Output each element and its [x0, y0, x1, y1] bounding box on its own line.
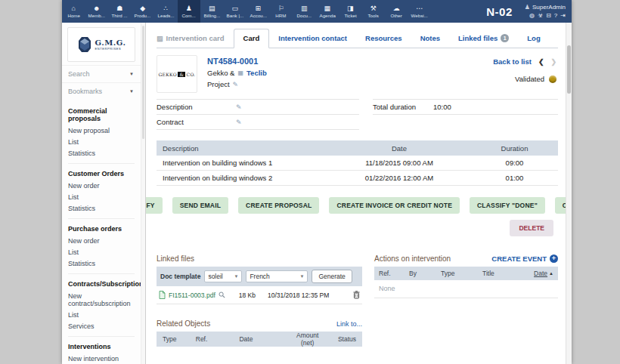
language-select[interactable]: French ▼ [246, 270, 308, 282]
main-scrollbar[interactable] [566, 23, 572, 364]
printer-icon[interactable]: ⊟ [546, 12, 551, 19]
create-event-link[interactable]: CREATE EVENT + [491, 254, 558, 263]
search-dropdown[interactable]: Search ▼ [62, 65, 141, 82]
sidebar-item-purchase-order-list[interactable]: List [68, 246, 141, 258]
menu-label: Billing... [203, 13, 220, 18]
sidebar-scrollbar[interactable] [141, 23, 146, 364]
bookmarks-dropdown[interactable]: Bookmarks ▼ [62, 82, 141, 100]
template-select[interactable]: soleil ▼ [204, 270, 242, 282]
menu-members[interactable]: ☻ Memb... [85, 0, 109, 23]
menu-label: Com... [182, 13, 196, 18]
header-title[interactable]: Title [482, 270, 519, 277]
link-to-link[interactable]: Link to... [336, 320, 362, 328]
table-row[interactable]: Intervention on building windows 2 01/22… [157, 171, 558, 186]
menu-accounting[interactable]: ⊞ Accou... [246, 0, 270, 23]
main-scrollbar-thumb[interactable] [567, 45, 571, 94]
help-icon[interactable]: ? [554, 12, 557, 19]
sidebar-item-order-statistics[interactable]: Statistics [68, 202, 141, 214]
menu-ticket[interactable]: ◨ Ticket [339, 0, 362, 23]
header-date-sorted[interactable]: Date ▲ [519, 270, 553, 277]
globe-icon[interactable]: ◍ [529, 12, 535, 19]
menu-leads[interactable]: ∴ Leads... [154, 0, 178, 23]
modify-button[interactable]: MODIFY [146, 197, 163, 214]
logo-name: G.M.G. [95, 39, 126, 47]
sidebar-item-services[interactable]: Services [68, 320, 141, 332]
menu-website[interactable]: ⋯ Websi... [408, 0, 432, 23]
sidebar-item-proposal-statistics[interactable]: Statistics [68, 147, 141, 159]
generate-button[interactable]: Generate [312, 270, 352, 283]
sidebar-item-new-intervention[interactable]: New intervention [68, 353, 141, 364]
menu-thirdparties[interactable]: ☗ Third ... [108, 0, 132, 23]
create-invoice-button[interactable]: CREATE INVOICE OR CREDIT NOTE [329, 197, 460, 214]
back-to-list-link[interactable]: Back to list [493, 57, 532, 66]
sidebar-item-purchase-order-statistics[interactable]: Statistics [68, 258, 141, 269]
header-status: Status [318, 335, 356, 343]
delete-file-icon[interactable] [353, 291, 360, 299]
menu-label: Memb... [88, 13, 105, 18]
section-interventions: Interventions [68, 343, 141, 350]
menu-products[interactable]: ◆ Produ... [132, 0, 155, 23]
menu-agenda[interactable]: ▦ Agenda [316, 0, 339, 23]
tab-linked-files[interactable]: Linked files 1 [449, 29, 518, 48]
header-ref[interactable]: Ref. [379, 270, 409, 277]
menu-other[interactable]: ☁ Other [385, 0, 408, 23]
clone-button[interactable]: CLONE [555, 197, 566, 214]
menu-commercial[interactable]: ♟ Com... [178, 0, 201, 23]
sidebar-item-proposal-list[interactable]: List [68, 136, 141, 147]
preview-icon[interactable] [219, 292, 225, 298]
navigation-row: Back to list ❮ ❯ [493, 57, 556, 66]
header-type[interactable]: Type [441, 270, 482, 277]
menu-home[interactable]: ⌂ Home [62, 0, 85, 23]
edit-description-icon[interactable]: ✎ [236, 103, 242, 111]
pdf-file-icon [159, 291, 166, 299]
virus-icon[interactable]: ☣ [538, 12, 543, 19]
linked-files-title: Linked files [157, 254, 194, 263]
hrm-icon: ⚐ [278, 5, 284, 12]
tab-notes[interactable]: Notes [411, 29, 449, 48]
thirdparty-link[interactable]: Teclib [246, 69, 267, 77]
sidebar-item-contract-list[interactable]: List [68, 309, 141, 320]
edit-project-icon[interactable]: ✎ [233, 81, 239, 88]
menu-documents[interactable]: ▥ Docu... [293, 0, 316, 23]
edit-contract-icon[interactable]: ✎ [236, 119, 242, 126]
send-email-button[interactable]: SEND EMAIL [172, 197, 228, 214]
delete-button[interactable]: DELETE [510, 220, 553, 236]
line-date: 01/22/2016 12:00 AM [327, 174, 471, 182]
sidebar-item-new-contract[interactable]: New contract/subscription [68, 290, 141, 309]
menu-bank[interactable]: ▭ Bank |... [224, 0, 247, 23]
sidebar-item-new-purchase-order[interactable]: New order [68, 235, 141, 246]
line-description: Intervention on building windows 2 [157, 174, 327, 182]
menu-tools[interactable]: ⚒ Tools [362, 0, 386, 23]
object-banner: GEKKO & CO. NT4584-0001 Gekko & ▦ Teclib [157, 48, 558, 99]
tab-log[interactable]: Log [518, 29, 549, 48]
website-icon: ⋯ [416, 5, 423, 12]
members-icon: ☻ [93, 5, 100, 12]
sidebar-scrollbar-thumb[interactable] [142, 26, 144, 139]
empty-list-row: None [374, 280, 558, 298]
menu-hrm[interactable]: ⚐ HRM [270, 0, 293, 23]
tab-resources[interactable]: Resources [356, 29, 411, 48]
classify-done-button[interactable]: CLASSIFY "DONE" [470, 197, 545, 214]
tab-contact-label: Intervention contact [278, 34, 347, 42]
previous-record-icon[interactable]: ❮ [538, 58, 544, 66]
header-amount: Amount (net) [296, 332, 318, 347]
line-description: Intervention on building windows 1 [157, 159, 327, 167]
header-by[interactable]: By [409, 270, 441, 277]
thirdparty-photo[interactable]: GEKKO & CO. [157, 55, 197, 93]
intervention-lines-table: Description Date Duration Intervention o… [157, 140, 558, 186]
description-field-row: Description ✎ [157, 100, 359, 115]
user-row[interactable]: ♟ SuperAdmin [525, 4, 566, 11]
sidebar-item-new-order[interactable]: New order [68, 180, 141, 191]
sidebar-item-new-proposal[interactable]: New proposal [68, 125, 141, 136]
sidebar-item-order-list[interactable]: List [68, 191, 141, 202]
tab-intervention-contact[interactable]: Intervention contact [269, 29, 356, 48]
tab-card[interactable]: Card [234, 29, 270, 48]
status-badge [549, 76, 556, 83]
doc-template-label: Doc template [160, 273, 200, 280]
menu-billing[interactable]: ▤ Billing... [200, 0, 224, 23]
file-link[interactable]: FI1511-0003.pdf [169, 292, 215, 299]
logout-icon[interactable]: ⇥ [560, 12, 566, 19]
create-proposal-button[interactable]: CREATE PROPOSAL [238, 197, 319, 214]
line-date: 11/18/2015 09:00 AM [327, 159, 471, 167]
table-row[interactable]: Intervention on building windows 1 11/18… [157, 156, 558, 171]
